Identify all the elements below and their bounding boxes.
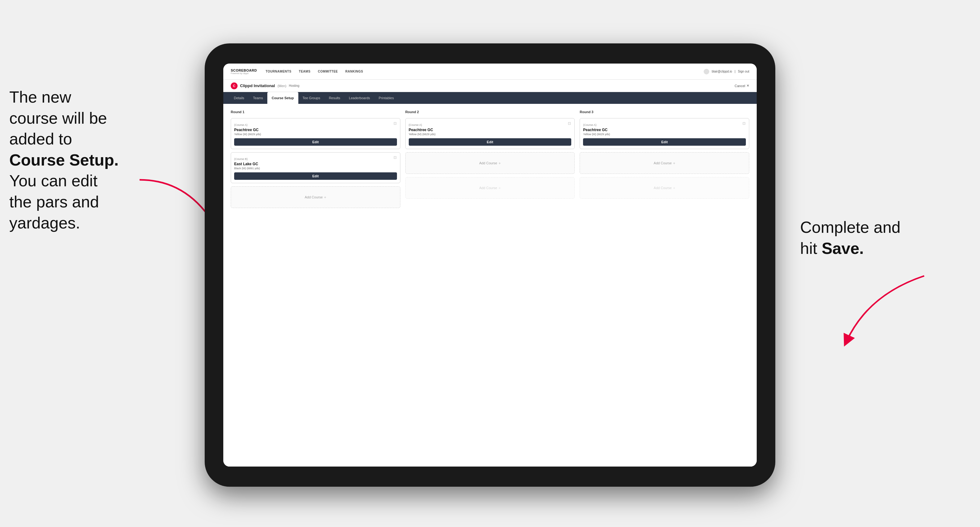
scoreboard-logo: SCOREBOARD Powered by clippd (231, 68, 257, 75)
round1-course-a-tee: Yellow (M) (6629 yds) (234, 133, 397, 136)
round3-course-a-edit-button[interactable]: Edit (583, 138, 746, 146)
round1-course-b-tee: Black (M) (6891 yds) (234, 167, 397, 170)
user-avatar (704, 69, 709, 75)
round3-add-course-button[interactable]: Add Course + (580, 152, 749, 174)
logo-sub: Powered by clippd (231, 72, 257, 75)
rounds-grid: Round 1 (Course A) Peachtree GC Yellow (… (231, 110, 749, 208)
arrow-right (837, 270, 931, 350)
clippd-icon: C (231, 83, 237, 89)
round1-course-b-name: East Lake GC (234, 162, 397, 166)
tab-results[interactable]: Results (325, 92, 345, 104)
round2-add-course-disabled-label: Add Course (479, 186, 497, 190)
sign-out-link[interactable]: Sign out (738, 70, 749, 73)
round2-course-a-edit-button[interactable]: Edit (409, 138, 571, 146)
cancel-icon: ✕ (746, 84, 749, 88)
round2-course-a-delete-icon[interactable]: ⊡ (567, 121, 572, 126)
round2-add-course-label: Add Course (479, 161, 497, 165)
tab-details[interactable]: Details (229, 92, 249, 104)
cancel-button[interactable]: Cancel ✕ (735, 84, 749, 88)
round2-course-a-tee: Yellow (M) (6629 yds) (409, 133, 571, 136)
round3-course-a-tag: (Course A) (583, 123, 597, 127)
annotation-right: Complete and hit Save. (800, 217, 918, 259)
round3-add-course-label: Add Course (654, 161, 672, 165)
tab-bar: Details Teams Course Setup Tee Groups Re… (223, 92, 757, 104)
round1-add-course-label: Add Course (305, 195, 323, 199)
round2-course-a-tag: (Course A) (409, 123, 422, 127)
round2-course-a-name: Peachtree GC (409, 128, 571, 132)
nav-teams[interactable]: TEAMS (299, 70, 311, 73)
round1-course-a-delete-icon[interactable]: ⊡ (393, 121, 398, 126)
nav-committee[interactable]: COMMITTEE (318, 70, 338, 73)
round2-add-course-disabled: Add Course + (405, 177, 575, 199)
round2-add-disabled-plus-icon: + (498, 186, 501, 190)
round3-add-course-disabled-label: Add Course (654, 186, 672, 190)
round3-course-a-delete-icon[interactable]: ⊡ (741, 121, 746, 126)
round1-course-b-tag: (Course B) (234, 157, 248, 160)
round1-course-b-edit-button[interactable]: Edit (234, 172, 397, 180)
nav-rankings[interactable]: RANKINGS (345, 70, 363, 73)
hosting-badge: Hosting (289, 84, 299, 87)
tablet-screen: SCOREBOARD Powered by clippd TOURNAMENTS… (223, 63, 757, 467)
main-content: Round 1 (Course A) Peachtree GC Yellow (… (223, 104, 757, 467)
round-1-label: Round 1 (231, 110, 400, 114)
round2-course-a-card: (Course A) Peachtree GC Yellow (M) (6629… (405, 118, 575, 149)
round3-course-a-name: Peachtree GC (583, 128, 746, 132)
round1-course-a-card: (Course A) Peachtree GC Yellow (M) (6629… (231, 118, 400, 149)
nav-tournaments[interactable]: TOURNAMENTS (266, 70, 291, 73)
round2-add-course-button[interactable]: Add Course + (405, 152, 575, 174)
round1-add-course-button[interactable]: Add Course + (231, 186, 400, 208)
round3-add-plus-icon: + (673, 161, 675, 165)
tab-printables[interactable]: Printables (374, 92, 398, 104)
round-3-column: Round 3 (Course A) Peachtree GC Yellow (… (580, 110, 749, 208)
tab-tee-groups[interactable]: Tee Groups (298, 92, 325, 104)
tournament-gender: (Men) (278, 84, 286, 88)
tournament-name: Clippd Invitational (240, 83, 275, 88)
round1-course-a-name: Peachtree GC (234, 128, 397, 132)
round3-add-course-disabled: Add Course + (580, 177, 749, 199)
round1-add-plus-icon: + (324, 195, 326, 200)
round-2-label: Round 2 (405, 110, 575, 114)
round1-course-a-edit-button[interactable]: Edit (234, 138, 397, 146)
nav-right: blair@clippd.io | Sign out (704, 69, 749, 75)
tournament-header: C Clippd Invitational (Men) Hosting Canc… (223, 80, 757, 92)
user-email: blair@clippd.io (712, 70, 732, 73)
round1-course-b-delete-icon[interactable]: ⊡ (393, 155, 398, 160)
nav-links: TOURNAMENTS TEAMS COMMITTEE RANKINGS (266, 70, 703, 73)
nav-separator: | (735, 70, 736, 73)
round3-course-a-card: (Course A) Peachtree GC Yellow (M) (6629… (580, 118, 749, 149)
tab-leaderboards[interactable]: Leaderboards (345, 92, 374, 104)
annotation-left: The new course will be added to Course S… (9, 87, 140, 233)
round3-course-a-tee: Yellow (M) (6629 yds) (583, 133, 746, 136)
tournament-title-row: C Clippd Invitational (Men) Hosting (231, 83, 299, 89)
round-3-label: Round 3 (580, 110, 749, 114)
round2-add-plus-icon: + (498, 161, 501, 165)
tab-course-setup[interactable]: Course Setup (267, 92, 298, 104)
round1-course-a-tag: (Course A) (234, 123, 248, 127)
logo-title: SCOREBOARD (231, 68, 257, 72)
tab-teams[interactable]: Teams (249, 92, 267, 104)
round-1-column: Round 1 (Course A) Peachtree GC Yellow (… (231, 110, 400, 208)
tablet-shell: SCOREBOARD Powered by clippd TOURNAMENTS… (205, 43, 775, 487)
round3-add-disabled-plus-icon: + (673, 186, 675, 190)
round-2-column: Round 2 (Course A) Peachtree GC Yellow (… (405, 110, 575, 208)
top-nav: SCOREBOARD Powered by clippd TOURNAMENTS… (223, 63, 757, 80)
round1-course-b-card: (Course B) East Lake GC Black (M) (6891 … (231, 152, 400, 183)
